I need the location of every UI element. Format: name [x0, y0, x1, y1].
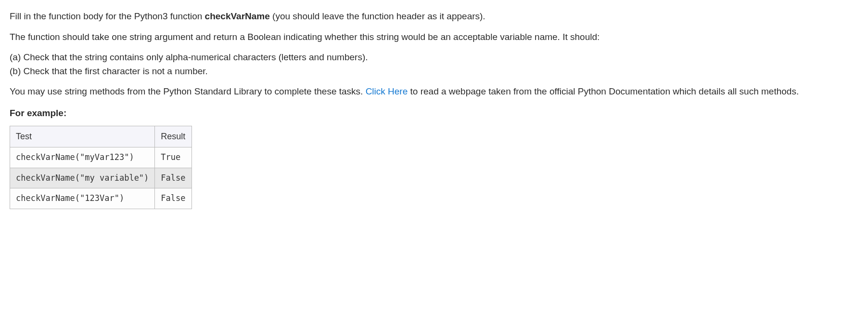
example-table: Test Result checkVarName("myVar123") Tru…	[10, 126, 192, 209]
header-test: Test	[10, 126, 155, 147]
function-name: checkVarName	[205, 11, 270, 21]
criteria-a: (a) Check that the string contains only …	[10, 51, 856, 65]
methods-post-text: to read a webpage taken from the officia…	[408, 86, 799, 96]
intro-pre-text: Fill in the function body for the Python…	[10, 11, 205, 21]
criteria-list: (a) Check that the string contains only …	[10, 51, 856, 78]
question-content: Fill in the function body for the Python…	[10, 10, 856, 209]
methods-pre-text: You may use string methods from the Pyth…	[10, 86, 366, 96]
cell-result: False	[155, 188, 191, 209]
example-label: For example:	[10, 106, 856, 120]
table-row: checkVarName("my variable") False	[10, 168, 192, 188]
table-header-row: Test Result	[10, 126, 192, 147]
cell-test: checkVarName("myVar123")	[10, 147, 155, 168]
cell-result: False	[155, 168, 191, 188]
intro-paragraph: Fill in the function body for the Python…	[10, 10, 856, 24]
description-paragraph: The function should take one string argu…	[10, 30, 856, 44]
cell-test: checkVarName("123Var")	[10, 188, 155, 209]
click-here-link[interactable]: Click Here	[366, 86, 408, 96]
criteria-b: (b) Check that the first character is no…	[10, 65, 856, 79]
intro-post-text: (you should leave the function header as…	[270, 11, 485, 21]
cell-test: checkVarName("my variable")	[10, 168, 155, 188]
table-row: checkVarName("myVar123") True	[10, 147, 192, 168]
header-result: Result	[155, 126, 191, 147]
table-row: checkVarName("123Var") False	[10, 188, 192, 209]
methods-paragraph: You may use string methods from the Pyth…	[10, 85, 856, 99]
cell-result: True	[155, 147, 191, 168]
